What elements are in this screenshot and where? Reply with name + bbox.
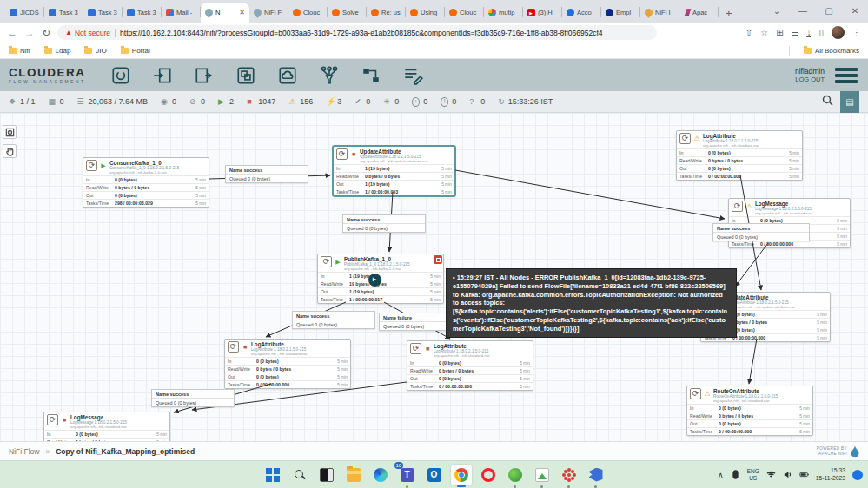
breadcrumb-root[interactable]: NiFi Flow [9, 447, 39, 456]
browser-tab[interactable]: Using ✕ [406, 3, 445, 23]
window-maximize-button[interactable]: ▢ [816, 0, 842, 23]
reading-list-icon[interactable]: ☰ [792, 28, 799, 37]
tab-search-chevron-icon[interactable]: ⌄ [764, 0, 790, 23]
processor-node-log-message-bottom-left[interactable]: ⟳ LogMessage LogMessage 1.18.0.2.1.5.0-2… [43, 412, 170, 441]
side-panel-icon[interactable]: ▯ [818, 28, 824, 37]
running-indicator [406, 485, 408, 488]
battery-icon[interactable] [799, 470, 809, 479]
forward-icon[interactable]: → [24, 27, 35, 39]
refresh-icon[interactable]: ↻ [498, 97, 505, 106]
browser-tab[interactable]: mutip ✕ [484, 3, 523, 23]
bookmark-item[interactable]: Nifi [9, 47, 30, 55]
output-port-icon[interactable] [194, 65, 215, 86]
taskbar-icon-app-green[interactable] [505, 465, 526, 485]
browser-tab[interactable]: NiFi I ✕ [640, 3, 679, 23]
processor-node-log-attribute-top-right[interactable]: ⟳ LogAttribute LogAttribute 1.18.0.2.1.5… [676, 130, 803, 181]
share-icon[interactable]: ⇧ [745, 28, 752, 37]
search-icon[interactable] [822, 94, 833, 109]
tray-chevron-icon[interactable]: ∧ [718, 471, 724, 479]
new-tab-button[interactable]: + [719, 7, 739, 23]
process-group-icon[interactable] [235, 65, 256, 86]
global-menu-icon[interactable] [833, 66, 859, 85]
bookmark-item[interactable]: JIO [84, 47, 106, 55]
browser-tab[interactable]: Acco ✕ [562, 3, 601, 23]
settings-panel-button[interactable]: ▤ [840, 91, 859, 113]
connection-label-Name success[interactable]: Name success Queued 0 (0 bytes) [151, 389, 235, 407]
pan-hand-button[interactable] [3, 144, 17, 158]
connection-label-Name success[interactable]: Name success Queued 0 (0 bytes) [225, 165, 308, 183]
wifi-icon[interactable] [766, 470, 776, 479]
taskbar-icon-app-red-dots[interactable] [559, 465, 580, 485]
browser-tab[interactable]: Clouc ✕ [445, 3, 484, 23]
browser-tab[interactable]: N ✕ [201, 3, 249, 23]
browser-tab[interactable]: Empl ✕ [601, 3, 640, 23]
browser-tab[interactable]: Task 3 ✕ [44, 3, 83, 23]
taskbar-icon-start[interactable] [262, 465, 283, 485]
connection-label-Name success[interactable]: Name success Queued 0 (0 bytes) [292, 311, 375, 329]
browser-tab[interactable]: JICDS ✕ [5, 3, 44, 23]
bookmark-item[interactable]: Portal [121, 47, 150, 55]
downloads-icon[interactable]: ↓ [806, 29, 811, 37]
browser-tab[interactable]: Solve ✕ [328, 3, 367, 23]
browser-tab[interactable]: NiFi F ✕ [249, 3, 288, 23]
processor-node-route-on-attribute[interactable]: ⟳ RouteOnAttribute RouteOnAttribute 1.18… [686, 386, 813, 436]
processor-node-log-attribute-bottom-center[interactable]: ⟳ LogAttribute LogAttribute 1.18.0.2.1.5… [407, 340, 533, 391]
processor-icon[interactable] [110, 65, 131, 86]
processor-node-update-attribute-top[interactable]: ⟳ UpdateAttribute UpdateAttribute 1.18.0… [333, 146, 455, 196]
nifi-canvas[interactable]: ⟳ ConsumeKafka_1_0 ConsumeKafka_1_0 1.18… [0, 113, 868, 441]
not-secure-warning[interactable]: ▲ Not secure [65, 29, 110, 37]
label-icon[interactable] [402, 65, 423, 86]
all-bookmarks-button[interactable]: All Bookmarks [804, 47, 859, 55]
url-text[interactable]: https://10.162.2.104:8443/nifi/?processG… [120, 29, 602, 37]
status-icon [326, 98, 334, 106]
browser-tab[interactable]: Task 3 ✕ [83, 3, 123, 23]
address-bar[interactable]: ▲ Not secure https://10.162.2.104:8443/n… [57, 25, 657, 40]
tab-close-icon[interactable]: ✕ [239, 9, 245, 16]
taskbar-icon-search[interactable] [289, 465, 310, 485]
taskbar-icon-chrome[interactable] [451, 465, 472, 485]
bookmark-item[interactable]: Ldap [44, 47, 71, 55]
extensions-icon[interactable]: ⊞ [776, 28, 783, 37]
taskbar-icon-visual-studio[interactable] [586, 465, 606, 485]
reload-icon[interactable]: ↻ [42, 27, 50, 39]
processor-node-log-attribute-bottom-left[interactable]: ⟳ LogAttribute LogAttribute 1.18.0.2.1.5… [224, 339, 351, 389]
processor-type-icon: ⟳ [321, 256, 332, 267]
taskbar-icon-photos[interactable] [532, 465, 553, 485]
browser-tab[interactable]: Re: us ✕ [367, 3, 406, 23]
taskbar-icon-edge[interactable] [370, 465, 391, 485]
language-indicator[interactable]: ENG US [747, 468, 759, 481]
browser-tab[interactable]: Apac ✕ [679, 3, 719, 23]
run-status-icon [424, 343, 431, 354]
profile-avatar[interactable] [832, 26, 845, 39]
window-close-button[interactable]: ✕ [842, 0, 868, 23]
browser-tab[interactable]: Mail - ✕ [162, 3, 201, 23]
browser-menu-icon[interactable]: ⋮ [852, 28, 861, 37]
logout-button[interactable]: LOG OUT [795, 76, 825, 83]
taskbar-clock[interactable]: 15:33 15-11-2023 [816, 467, 845, 482]
taskbar-icon-teams[interactable]: 10 [397, 465, 418, 485]
back-icon[interactable]: ← [7, 27, 17, 39]
connection-label-Name success[interactable]: Name success Queued 0 (0 bytes) [342, 214, 426, 233]
browser-tab[interactable]: Task 3 ✕ [123, 3, 162, 23]
taskbar-icon-app-dark[interactable] [316, 465, 337, 485]
birdseye-toggle-button[interactable] [3, 125, 17, 139]
template-icon[interactable] [361, 65, 381, 86]
input-port-icon[interactable] [152, 65, 173, 86]
breadcrumb-current-group[interactable]: Copy of Nifi_Kafka_Mapping_optimised [56, 447, 195, 456]
browser-tab[interactable]: (3) H ✕ [523, 3, 562, 23]
bulletin-error-badge[interactable] [434, 255, 442, 264]
tab-favicon [88, 9, 96, 16]
bookmark-star-icon[interactable]: ☆ [760, 28, 768, 37]
window-minimize-button[interactable]: — [790, 0, 816, 23]
funnel-icon[interactable] [319, 65, 340, 86]
taskbar-icon-outlook[interactable] [424, 465, 445, 485]
mouse-utility-icon[interactable] [731, 470, 740, 479]
taskbar-icon-opera[interactable] [478, 465, 499, 485]
connection-label-Name success[interactable]: Name success Queued 0 (0 bytes) [712, 223, 810, 241]
remote-process-group-icon[interactable] [277, 65, 298, 86]
taskbar-icon-file-explorer[interactable] [343, 465, 364, 485]
browser-tab[interactable]: Clouc ✕ [288, 3, 328, 23]
notification-center-badge[interactable] [852, 470, 863, 480]
processor-node-consume-kafka[interactable]: ⟳ ConsumeKafka_1_0 ConsumeKafka_1_0 1.18… [83, 157, 209, 208]
volume-icon[interactable] [783, 470, 792, 479]
